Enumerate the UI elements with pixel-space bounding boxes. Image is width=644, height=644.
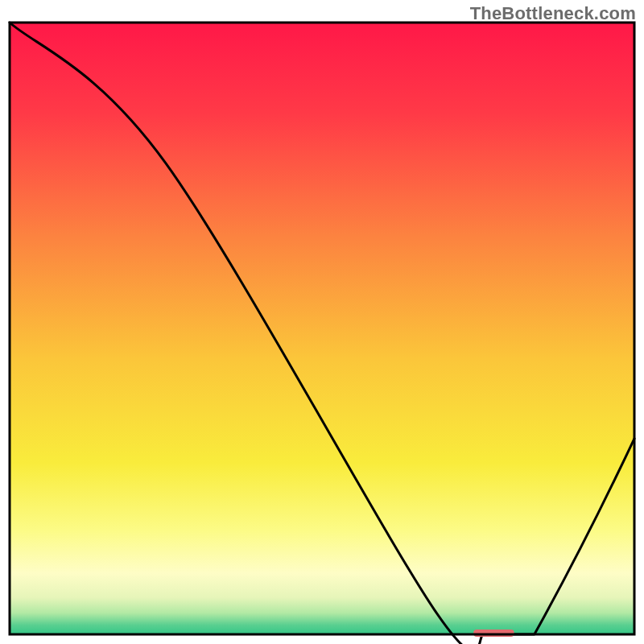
bottleneck-chart (0, 0, 644, 644)
chart-background (10, 23, 634, 634)
chart-container: TheBottleneck.com (0, 0, 644, 644)
highlighted-segment (473, 630, 514, 637)
watermark-text: TheBottleneck.com (470, 3, 636, 24)
